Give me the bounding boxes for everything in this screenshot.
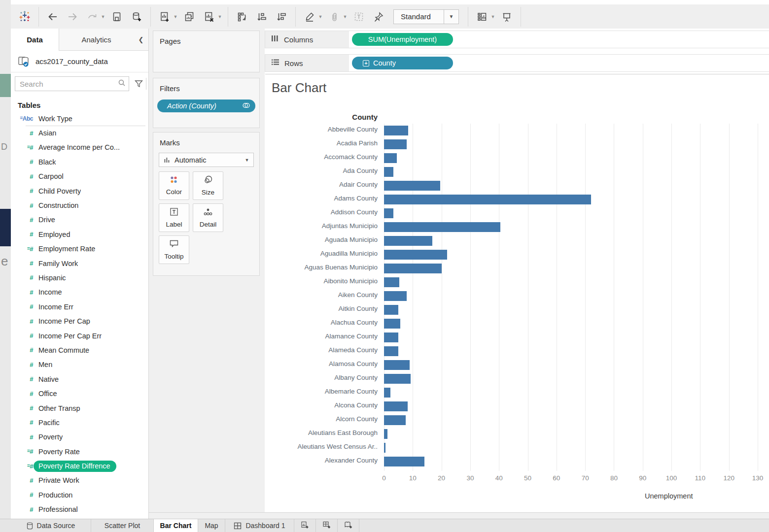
back-arrow-button[interactable] <box>43 7 63 27</box>
filters-card[interactable]: Filters Action (County) <box>153 78 260 128</box>
field-child-poverty[interactable]: #Child Poverty <box>11 184 148 198</box>
pill-sum-unemployment[interactable]: SUM(Unemployment) <box>352 33 453 46</box>
field-poverty[interactable]: #Poverty <box>11 430 148 444</box>
field-employed[interactable]: #Employed <box>11 227 148 241</box>
bar-mark[interactable] <box>384 250 447 260</box>
field-other-transp[interactable]: #Other Transp <box>11 401 148 415</box>
field-professional[interactable]: #Professional <box>11 502 148 517</box>
bar-mark[interactable] <box>384 181 440 191</box>
presentation-mode-button[interactable] <box>497 7 517 27</box>
filter-pill-action-county[interactable]: Action (County) <box>157 100 255 112</box>
bar-mark[interactable] <box>384 360 410 370</box>
sheet-tab-scatter-plot[interactable]: Scatter Plot <box>91 519 154 532</box>
sheet-tab-dashboard-1[interactable]: Dashboard 1 <box>225 519 294 532</box>
marks-detail-button[interactable]: Detail <box>193 203 223 232</box>
bar-mark[interactable] <box>384 153 397 163</box>
field-income-per-cap[interactable]: #Income Per Cap <box>11 314 148 328</box>
clear-sheet-button[interactable] <box>199 7 219 27</box>
sheet-tab-data-source[interactable]: Data Source <box>11 519 91 532</box>
tableau-logo-button[interactable] <box>15 7 35 27</box>
field-pacific[interactable]: #Pacific <box>11 415 148 430</box>
sort-ascending-button[interactable] <box>252 7 272 27</box>
field-family-work[interactable]: #Family Work <box>11 256 148 270</box>
redo-arrow-button[interactable] <box>82 7 102 27</box>
field-poverty-rate-diffrence[interactable]: =#Poverty Rate Diffrence <box>11 459 148 473</box>
show-hide-cards-button[interactable] <box>472 7 492 27</box>
field-mean-commute[interactable]: #Mean Commute <box>11 343 148 357</box>
marks-card[interactable]: Marks Automatic ▼ ColorSizeLabelDetailTo… <box>153 132 260 276</box>
worksheet-view[interactable]: Bar Chart County 01020304050607080901001… <box>265 74 769 512</box>
show-mark-labels-button[interactable] <box>349 7 369 27</box>
new-story-button[interactable] <box>338 519 359 532</box>
field-men[interactable]: #Men <box>11 358 148 372</box>
sort-descending-button[interactable] <box>272 7 291 27</box>
field-private-work[interactable]: #Private Work <box>11 473 148 488</box>
field-office[interactable]: #Office <box>11 386 148 400</box>
marks-tooltip-button[interactable]: Tooltip <box>159 235 189 264</box>
bar-mark[interactable] <box>384 415 406 425</box>
search-input[interactable] <box>20 80 118 88</box>
field-drive[interactable]: #Drive <box>11 213 148 227</box>
field-native[interactable]: #Native <box>11 372 148 386</box>
field-work-type[interactable]: =AbcWork Type <box>11 111 148 126</box>
filter-fields-icon[interactable] <box>132 77 145 91</box>
marks-label-button[interactable]: Label <box>159 203 189 232</box>
field-hispanic[interactable]: #Hispanic <box>11 270 148 285</box>
bar-mark[interactable] <box>384 236 432 246</box>
new-dashboard-button[interactable] <box>316 519 338 532</box>
duplicate-sheet-button[interactable] <box>179 7 199 27</box>
bar-mark[interactable] <box>384 305 398 315</box>
field-employment-rate[interactable]: =#Employment Rate <box>11 242 148 256</box>
tab-data[interactable]: Data <box>11 29 59 51</box>
group-members-button[interactable] <box>324 7 344 27</box>
bar-mark[interactable] <box>384 332 398 342</box>
field-income-per-cap-err[interactable]: #Income Per Cap Err <box>11 329 148 343</box>
sheet-tab-bar-chart[interactable]: Bar Chart <box>154 519 198 532</box>
bar-mark[interactable] <box>384 319 400 329</box>
swap-rows-columns-button[interactable] <box>232 7 252 27</box>
search-box[interactable] <box>15 76 129 91</box>
bar-mark[interactable] <box>384 401 408 411</box>
rows-shelf[interactable]: Rows + County <box>265 54 769 72</box>
highlight-button[interactable] <box>300 7 319 27</box>
bar-mark[interactable] <box>384 346 398 356</box>
fit-mode-dropdown[interactable]: Standard▼ <box>393 9 459 24</box>
expand-hierarchy-icon[interactable]: + <box>363 60 369 66</box>
mark-type-dropdown[interactable]: Automatic ▼ <box>159 153 254 167</box>
bar-mark[interactable] <box>384 208 393 218</box>
columns-shelf[interactable]: Columns SUM(Unemployment) <box>265 31 769 48</box>
bar-mark[interactable] <box>384 443 385 453</box>
forward-arrow-button[interactable] <box>63 7 82 27</box>
new-worksheet-button[interactable] <box>155 7 175 27</box>
bar-mark[interactable] <box>384 139 407 149</box>
bar-mark[interactable] <box>384 195 591 204</box>
sheet-tab-map[interactable]: Map <box>198 519 225 532</box>
field-average-income-per-co[interactable]: =#Average Income per Co... <box>11 140 148 155</box>
bar-mark[interactable] <box>384 291 407 301</box>
field-asian[interactable]: #Asian <box>11 126 148 140</box>
field-income[interactable]: #Income <box>11 285 148 299</box>
tab-analytics[interactable]: Analytics <box>59 29 134 51</box>
pages-card[interactable]: Pages <box>153 31 260 72</box>
marks-size-button[interactable]: Size <box>193 171 223 200</box>
marks-color-button[interactable]: Color <box>159 171 189 200</box>
bar-mark[interactable] <box>384 457 424 466</box>
add-data-source-button[interactable] <box>127 7 146 27</box>
field-income-err[interactable]: #Income Err <box>11 299 148 314</box>
bar-mark[interactable] <box>384 264 442 273</box>
collapse-pane-icon[interactable]: ❮ <box>134 29 148 51</box>
datasource-row[interactable]: acs2017_county_data <box>11 51 148 72</box>
bar-mark[interactable] <box>384 167 393 177</box>
fix-axes-button[interactable] <box>369 7 388 27</box>
field-carpool[interactable]: #Carpool <box>11 169 148 184</box>
save-button[interactable] <box>107 7 127 27</box>
bar-mark[interactable] <box>384 277 399 287</box>
bar-mark[interactable] <box>384 388 390 398</box>
bar-mark[interactable] <box>384 374 411 384</box>
bar-mark[interactable] <box>384 429 387 439</box>
new-worksheet-button[interactable] <box>294 519 316 532</box>
bar-mark[interactable] <box>384 126 408 135</box>
field-construction[interactable]: #Construction <box>11 198 148 212</box>
field-production[interactable]: #Production <box>11 488 148 502</box>
field-black[interactable]: #Black <box>11 155 148 169</box>
